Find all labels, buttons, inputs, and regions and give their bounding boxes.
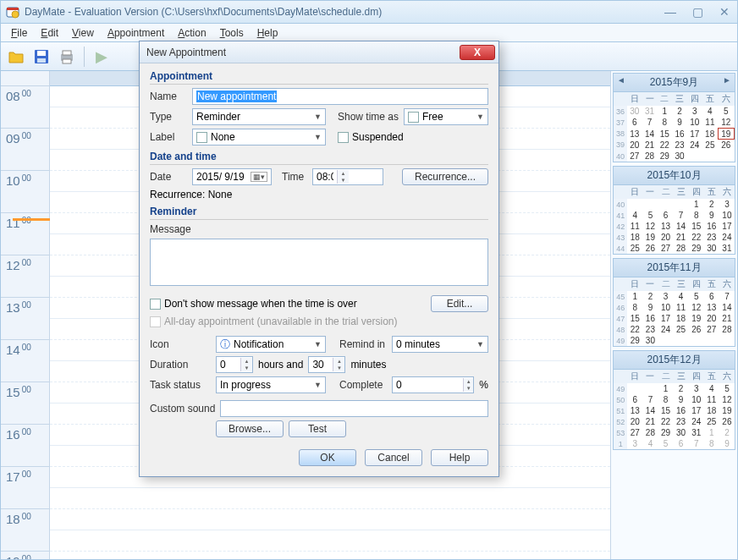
help-button[interactable]: Help — [431, 449, 488, 466]
calendar-day[interactable]: 1 — [627, 291, 642, 302]
calendar-day[interactable]: 8 — [658, 394, 673, 405]
calendar-day[interactable]: 28 — [719, 324, 735, 335]
calendar-day[interactable]: 4 — [704, 383, 719, 394]
calendar-day[interactable]: 28 — [642, 427, 658, 438]
message-textarea[interactable] — [150, 239, 488, 286]
calendar-day[interactable]: 28 — [674, 243, 689, 254]
calendar-day[interactable]: 9 — [719, 438, 735, 449]
calendar-day[interactable]: 12 — [719, 394, 735, 405]
calendar-day[interactable]: 24 — [719, 232, 735, 243]
calendar-day[interactable]: 29 — [689, 243, 704, 254]
calendar-day[interactable]: 21 — [674, 232, 689, 243]
calendar-day[interactable] — [718, 151, 734, 162]
edit-button[interactable]: Edit... — [431, 295, 488, 312]
calendar-day[interactable]: 22 — [658, 416, 673, 427]
calendar-day[interactable]: 1 — [657, 106, 672, 117]
calendar-day[interactable]: 26 — [719, 416, 735, 427]
recurrence-button[interactable]: Recurrence... — [402, 168, 488, 185]
minimize-button[interactable]: ― — [663, 6, 678, 18]
calendar-day[interactable]: 30 — [627, 106, 642, 117]
calendar-day[interactable]: 19 — [642, 232, 658, 243]
prev-month-icon[interactable]: ◄ — [617, 75, 625, 85]
calendar-day[interactable] — [642, 383, 658, 394]
calendar-day[interactable]: 25 — [627, 243, 642, 254]
calendar-day[interactable] — [687, 151, 702, 162]
calendar-day[interactable]: 21 — [642, 140, 658, 151]
calendar-day[interactable]: 24 — [689, 416, 704, 427]
calendar-day[interactable]: 18 — [674, 313, 689, 324]
calendar-day[interactable]: 9 — [704, 210, 719, 221]
calendar-day[interactable]: 26 — [718, 140, 734, 151]
cancel-button[interactable]: Cancel — [365, 449, 422, 466]
calendar-day[interactable]: 26 — [642, 243, 658, 254]
calendar-day[interactable]: 20 — [658, 232, 673, 243]
label-select[interactable]: None▼ — [192, 129, 326, 145]
menu-view[interactable]: View — [65, 25, 101, 41]
calendar-day[interactable]: 30 — [642, 335, 658, 346]
calendar-day[interactable]: 2 — [642, 291, 658, 302]
calendar-day[interactable]: 27 — [658, 243, 673, 254]
calendar-day[interactable]: 22 — [689, 232, 704, 243]
calendar-day[interactable]: 16 — [704, 221, 719, 232]
calendar-day[interactable]: 4 — [674, 291, 689, 302]
calendar-day[interactable]: 1 — [689, 199, 704, 210]
ok-button[interactable]: OK — [299, 449, 356, 466]
calendar-day[interactable]: 30 — [672, 151, 687, 162]
calendar-day[interactable]: 16 — [672, 129, 687, 140]
calendar-day[interactable] — [674, 335, 689, 346]
calendar-day[interactable]: 17 — [719, 221, 735, 232]
calendar-day[interactable]: 23 — [674, 416, 689, 427]
calendar-day[interactable]: 6 — [658, 210, 673, 221]
close-button[interactable]: ✕ — [717, 6, 732, 18]
menu-help[interactable]: Help — [251, 25, 285, 41]
calendar-day[interactable]: 13 — [658, 221, 673, 232]
calendar-day[interactable]: 10 — [719, 210, 735, 221]
customsound-input[interactable] — [220, 400, 488, 417]
calendar-day[interactable]: 1 — [658, 383, 673, 394]
calendar-day[interactable]: 2 — [672, 106, 687, 117]
mini-calendar[interactable]: 2015年12月日一二三四五六4912345506789101112511314… — [613, 350, 735, 450]
calendar-day[interactable] — [674, 199, 689, 210]
calendar-day[interactable] — [658, 199, 673, 210]
taskstatus-select[interactable]: In progress▼ — [216, 376, 326, 393]
calendar-day[interactable]: 21 — [642, 416, 658, 427]
name-input[interactable]: New appointment — [192, 88, 488, 105]
calendar-day[interactable]: 11 — [627, 221, 642, 232]
calendar-day[interactable] — [719, 335, 735, 346]
calendar-day[interactable]: 17 — [687, 129, 702, 140]
calendar-day[interactable]: 17 — [658, 313, 673, 324]
calendar-day[interactable]: 8 — [689, 210, 704, 221]
calendar-day[interactable]: 2 — [719, 427, 735, 438]
calendar-day[interactable]: 5 — [658, 438, 673, 449]
calendar-day[interactable]: 14 — [719, 302, 735, 313]
date-picker[interactable]: 2015/ 9/19▦▾ — [192, 168, 272, 185]
calendar-day[interactable]: 10 — [689, 394, 704, 405]
calendar-day[interactable]: 10 — [658, 302, 673, 313]
calendar-day[interactable]: 1 — [704, 427, 719, 438]
calendar-day[interactable]: 7 — [719, 291, 735, 302]
calendar-day[interactable]: 25 — [674, 324, 689, 335]
mini-calendar[interactable]: 2015年10月日一二三四五六4012341456789104211121314… — [613, 166, 735, 255]
calendar-day[interactable]: 22 — [627, 324, 642, 335]
duration-hours-input[interactable]: ▲▼ — [216, 356, 253, 373]
calendar-day[interactable] — [689, 335, 704, 346]
type-select[interactable]: Reminder▼ — [192, 108, 326, 125]
calendar-day[interactable]: 30 — [674, 427, 689, 438]
calendar-day[interactable]: 5 — [689, 291, 704, 302]
calendar-day[interactable]: 6 — [704, 291, 719, 302]
calendar-day[interactable]: 13 — [627, 129, 642, 140]
calendar-day[interactable]: 6 — [627, 394, 642, 405]
calendar-day[interactable]: 8 — [657, 117, 672, 129]
calendar-day[interactable]: 14 — [642, 129, 658, 140]
complete-input[interactable]: ▲▼ — [392, 376, 474, 393]
menu-appointment[interactable]: Appointment — [101, 25, 171, 41]
calendar-day[interactable]: 29 — [657, 151, 672, 162]
menu-file[interactable]: File — [4, 25, 34, 41]
play-icon[interactable]: ▶ — [91, 47, 112, 67]
print-icon[interactable] — [57, 47, 77, 67]
dialog-title-bar[interactable]: New Appointment X — [140, 41, 498, 63]
mini-calendar[interactable]: ◄2015年9月►日一二三四五六363031123453767891011123… — [613, 73, 735, 162]
calendar-day[interactable]: 23 — [642, 324, 658, 335]
calendar-day[interactable]: 15 — [627, 313, 642, 324]
calendar-day[interactable]: 25 — [704, 416, 719, 427]
